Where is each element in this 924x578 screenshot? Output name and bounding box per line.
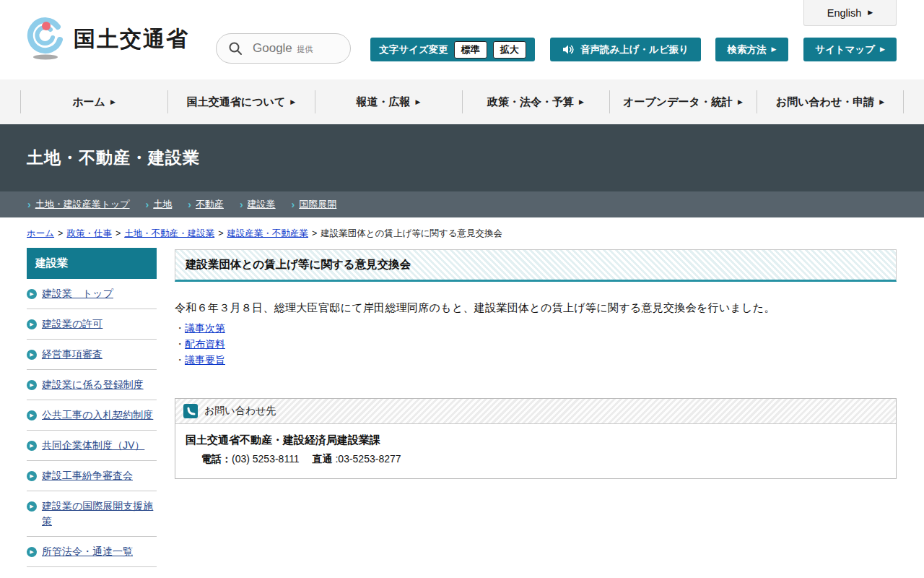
breadcrumb-link-construction-industry[interactable]: 建設産業・不動産業 bbox=[227, 228, 309, 238]
subnav-item-land-construction-top[interactable]: › 土地・建設産業トップ bbox=[27, 198, 130, 211]
bullet: ・ bbox=[175, 338, 185, 350]
mlit-logo-icon bbox=[26, 17, 65, 61]
subnav-item-international[interactable]: › 国際展開 bbox=[292, 198, 337, 211]
subnav-item-construction[interactable]: › 建設業 bbox=[240, 198, 276, 211]
sidebar-item-registration-system[interactable]: ▶ 建設業に係る登録制度 bbox=[27, 370, 157, 400]
contact-body: 国土交通省不動産・建設経済局建設業課 電話：(03) 5253-8111 直通 … bbox=[175, 424, 896, 478]
nav-item-about[interactable]: 国土交通省について▶ bbox=[167, 79, 315, 124]
arrow-right-icon: ▶ bbox=[579, 99, 584, 105]
nav-item-press[interactable]: 報道・広報▶ bbox=[315, 79, 462, 124]
nav-item-contact[interactable]: お問い合わせ・申請▶ bbox=[757, 79, 904, 124]
site-title: 国土交通省 bbox=[74, 25, 189, 54]
sidebar-item-public-works-bidding[interactable]: ▶ 公共工事の入札契約制度 bbox=[27, 400, 157, 431]
breadcrumb-separator: > bbox=[58, 228, 63, 238]
arrow-right-icon: ▶ bbox=[290, 99, 295, 105]
breadcrumb-link-home[interactable]: ホーム bbox=[27, 228, 54, 238]
page-title: 建設業団体との賃上げ等に関する意見交換会 bbox=[175, 249, 897, 282]
section-title: 土地・不動産・建設業 bbox=[27, 147, 200, 169]
subnav-item-land[interactable]: › 土地 bbox=[146, 198, 173, 211]
site-header: 国土交通省 Google 提供 English ▶ 文字サイズ変更 標準 拡大 … bbox=[0, 0, 924, 79]
font-size-standard-button[interactable]: 標準 bbox=[454, 41, 487, 59]
circle-arrow-icon: ▶ bbox=[27, 380, 37, 390]
phone-number: (03) 5253-8111 bbox=[232, 453, 300, 465]
font-size-control: 文字サイズ変更 標準 拡大 bbox=[370, 38, 535, 61]
main-content: 建設業団体との賃上げ等に関する意見交換会 令和６年３月８日、総理大臣官邸にて岸田… bbox=[175, 249, 897, 479]
document-links: ・議事次第 ・配布資料 ・議事要旨 bbox=[175, 320, 897, 368]
english-button[interactable]: English ▶ bbox=[803, 0, 897, 26]
bullet: ・ bbox=[175, 322, 185, 334]
circle-arrow-icon: ▶ bbox=[27, 410, 37, 420]
direct-number: :03-5253-8277 bbox=[335, 453, 401, 465]
link-agenda[interactable]: 議事次第 bbox=[185, 322, 225, 334]
direct-label: 直通 bbox=[313, 453, 333, 465]
global-nav: ホーム▶ 国土交通省について▶ 報道・広報▶ 政策・法令・予算▶ オープンデータ… bbox=[0, 79, 924, 124]
subnav-item-real-estate[interactable]: › 不動産 bbox=[188, 198, 224, 211]
sidebar-item-international-support[interactable]: ▶ 建設業の国際展開支援施策 bbox=[27, 491, 157, 537]
circle-arrow-icon: ▶ bbox=[27, 471, 37, 481]
section-band: 土地・不動産・建設業 bbox=[0, 124, 924, 191]
search-icon bbox=[228, 41, 243, 56]
search-help-button[interactable]: 検索方法 ▶ bbox=[715, 38, 788, 61]
sidebar-item-management-review[interactable]: ▶ 経営事項審査 bbox=[27, 340, 157, 370]
lead-paragraph: 令和６年３月８日、総理大臣官邸にて岸田総理同席のもと、建設業団体との賃上げ等に関… bbox=[175, 301, 897, 315]
breadcrumb-current: 建設業団体との賃上げ等に関する意見交換会 bbox=[321, 228, 502, 238]
circle-arrow-icon: ▶ bbox=[27, 441, 37, 451]
chevron-right-icon: › bbox=[240, 199, 243, 210]
link-minutes[interactable]: 議事要旨 bbox=[185, 354, 225, 366]
bullet: ・ bbox=[175, 354, 185, 366]
breadcrumb: ホーム>政策・仕事>土地・不動産・建設業>建設産業・不動産業>建設業団体との賃上… bbox=[27, 228, 502, 240]
breadcrumb-link-policy[interactable]: 政策・仕事 bbox=[66, 228, 112, 238]
arrow-right-icon: ▶ bbox=[416, 99, 421, 105]
circle-arrow-icon: ▶ bbox=[27, 289, 37, 299]
circle-arrow-icon: ▶ bbox=[27, 319, 37, 329]
list-item: ・配布資料 bbox=[175, 336, 897, 352]
list-item: ・議事次第 bbox=[175, 320, 897, 336]
sidebar: 建設業 ▶ 建設業 トップ ▶ 建設業の許可 ▶ 経営事項審査 ▶ 建設業に係る… bbox=[27, 248, 157, 567]
arrow-right-icon: ▶ bbox=[879, 99, 884, 105]
font-size-large-button[interactable]: 拡大 bbox=[493, 41, 526, 59]
contact-box: お問い合わせ先 国土交通省不動産・建設経済局建設業課 電話：(03) 5253-… bbox=[175, 398, 897, 479]
circle-arrow-icon: ▶ bbox=[27, 350, 37, 360]
search-input[interactable]: Google 提供 bbox=[216, 33, 351, 64]
contact-header: お問い合わせ先 bbox=[175, 399, 896, 424]
phone-label: 電話： bbox=[201, 453, 232, 465]
circle-arrow-icon: ▶ bbox=[27, 547, 37, 557]
search-placeholder-note: 提供 bbox=[297, 45, 313, 53]
contact-phone-line: 電話：(03) 5253-8111 直通 :03-5253-8277 bbox=[186, 453, 886, 466]
chevron-right-icon: › bbox=[188, 199, 191, 210]
site-logo[interactable]: 国土交通省 bbox=[26, 17, 189, 61]
sidebar-item-construction-top[interactable]: ▶ 建設業 トップ bbox=[27, 279, 157, 309]
speaker-icon bbox=[562, 44, 574, 55]
sidebar-list: ▶ 建設業 トップ ▶ 建設業の許可 ▶ 経営事項審査 ▶ 建設業に係る登録制度… bbox=[27, 279, 157, 567]
sidebar-item-dispute-board[interactable]: ▶ 建設工事紛争審査会 bbox=[27, 461, 157, 491]
chevron-right-icon: › bbox=[292, 199, 295, 210]
section-subnav: › 土地・建設産業トップ › 土地 › 不動産 › 建設業 › 国際展開 bbox=[0, 191, 924, 217]
breadcrumb-separator: > bbox=[116, 228, 121, 238]
sidebar-item-laws-notices[interactable]: ▶ 所管法令・通達一覧 bbox=[27, 537, 157, 567]
arrow-right-icon: ▶ bbox=[880, 46, 885, 53]
breadcrumb-link-land-realestate-construction[interactable]: 土地・不動産・建設業 bbox=[124, 228, 214, 238]
chevron-right-icon: › bbox=[27, 199, 31, 210]
nav-item-home[interactable]: ホーム▶ bbox=[20, 79, 167, 124]
circle-arrow-icon: ▶ bbox=[27, 501, 37, 512]
phone-icon bbox=[183, 404, 198, 418]
sidebar-item-license[interactable]: ▶ 建設業の許可 bbox=[27, 309, 157, 340]
contact-department: 国土交通省不動産・建設経済局建設業課 bbox=[186, 434, 886, 447]
arrow-right-icon: ▶ bbox=[738, 99, 743, 105]
breadcrumb-separator: > bbox=[312, 228, 317, 238]
sitemap-button[interactable]: サイトマップ ▶ bbox=[803, 38, 897, 61]
nav-item-policy[interactable]: 政策・法令・予算▶ bbox=[462, 79, 609, 124]
chevron-right-icon: › bbox=[146, 199, 149, 210]
sidebar-item-joint-venture[interactable]: ▶ 共同企業体制度（JV） bbox=[27, 431, 157, 461]
sidebar-title: 建設業 bbox=[27, 248, 157, 279]
search-placeholder-brand: Google bbox=[253, 41, 292, 55]
font-size-label: 文字サイズ変更 bbox=[379, 43, 448, 56]
nav-item-open-data[interactable]: オープンデータ・統計▶ bbox=[609, 79, 757, 124]
list-item: ・議事要旨 bbox=[175, 352, 897, 368]
arrow-right-icon: ▶ bbox=[868, 9, 873, 16]
contact-header-label: お問い合わせ先 bbox=[204, 405, 276, 418]
link-handouts[interactable]: 配布資料 bbox=[185, 338, 225, 350]
text-to-speech-button[interactable]: 音声読み上げ・ルビ振り bbox=[550, 38, 701, 61]
arrow-right-icon: ▶ bbox=[772, 46, 777, 53]
arrow-right-icon: ▶ bbox=[110, 99, 116, 105]
